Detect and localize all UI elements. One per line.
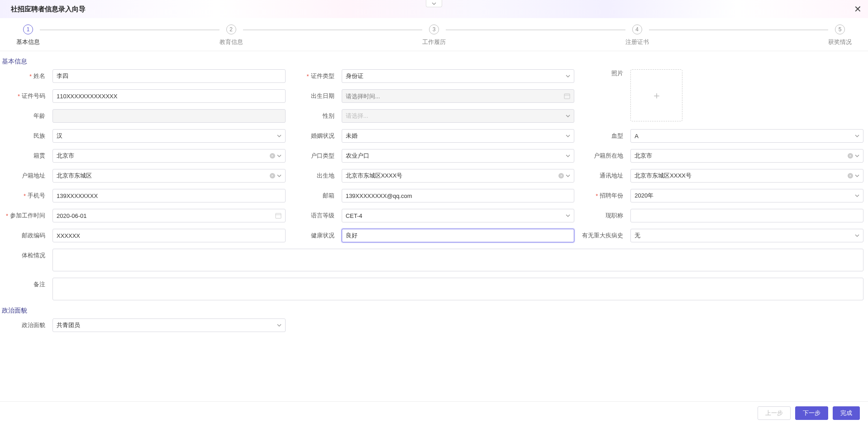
next-button[interactable]: 下一步 bbox=[795, 406, 828, 420]
work-start-field[interactable] bbox=[52, 209, 286, 222]
close-icon[interactable]: × bbox=[270, 153, 275, 159]
step-line bbox=[446, 29, 625, 30]
step-label: 获奖情况 bbox=[828, 38, 852, 46]
label-email: 邮箱 bbox=[291, 189, 336, 202]
label-id-type: *证件类型 bbox=[291, 69, 336, 83]
step-label: 教育信息 bbox=[219, 38, 243, 46]
exam-status-field[interactable] bbox=[52, 249, 863, 271]
political-select[interactable]: 共青团员 bbox=[52, 318, 286, 332]
step-work[interactable]: 3 工作履历 bbox=[422, 24, 446, 46]
email-field[interactable] bbox=[342, 189, 575, 202]
political-form: 政治面貌 共青团员 bbox=[0, 318, 868, 332]
label-marital: 婚姻状况 bbox=[291, 129, 336, 143]
label-id-number: *证件号码 bbox=[2, 89, 47, 103]
label-exam-status: 体检情况 bbox=[2, 249, 47, 262]
label-birth-date: 出生日期 bbox=[291, 89, 336, 103]
name-field[interactable] bbox=[52, 69, 286, 83]
label-phone: *手机号 bbox=[2, 189, 47, 202]
label-current-title: 现职称 bbox=[580, 209, 625, 222]
prev-button: 上一步 bbox=[758, 406, 791, 420]
postcode-field[interactable] bbox=[52, 229, 286, 242]
dialog-title: 社招应聘者信息录入向导 bbox=[11, 5, 86, 14]
wizard-footer: 上一步 下一步 完成 bbox=[0, 401, 868, 424]
label-gender: 性别 bbox=[291, 109, 336, 123]
basic-form: *姓名 *证件类型 身份证 照片 ＋ *证件号码 出生日期 年龄 性别 请选择.… bbox=[0, 69, 868, 300]
step-number: 3 bbox=[429, 24, 439, 34]
step-line bbox=[243, 29, 423, 30]
mail-address-select[interactable]: 北京市东城区XXXX号× bbox=[630, 169, 863, 183]
health-field[interactable] bbox=[342, 229, 575, 242]
close-icon[interactable]: ✕ bbox=[854, 4, 862, 14]
close-icon[interactable]: × bbox=[558, 173, 564, 178]
age-field bbox=[52, 109, 286, 123]
gender-select: 请选择... bbox=[342, 109, 575, 123]
label-health: 健康状况 bbox=[291, 229, 336, 242]
svg-rect-0 bbox=[564, 94, 570, 99]
label-hukou-address: 户籍地址 bbox=[2, 169, 47, 183]
label-lang-level: 语言等级 bbox=[291, 209, 336, 222]
birth-date-field bbox=[342, 89, 575, 103]
label-work-start: *参加工作时间 bbox=[2, 209, 47, 222]
top-handle[interactable] bbox=[426, 0, 442, 7]
label-hukou-location: 户籍所在地 bbox=[580, 149, 625, 163]
step-number: 5 bbox=[835, 24, 845, 34]
plus-icon: ＋ bbox=[652, 89, 662, 102]
label-political: 政治面貌 bbox=[2, 318, 47, 332]
step-number: 2 bbox=[226, 24, 236, 34]
remark-field[interactable] bbox=[52, 278, 863, 300]
recruit-year-select[interactable]: 2020年 bbox=[630, 189, 863, 202]
hukou-location-select[interactable]: 北京市× bbox=[630, 149, 863, 163]
hukou-type-select[interactable]: 农业户口 bbox=[342, 149, 575, 163]
label-remark: 备注 bbox=[2, 278, 47, 291]
label-major-illness: 有无重大疾病史 bbox=[580, 229, 625, 242]
current-title-field[interactable] bbox=[630, 209, 863, 222]
major-illness-select[interactable]: 无 bbox=[630, 229, 863, 242]
id-type-select[interactable]: 身份证 bbox=[342, 69, 575, 83]
ethnicity-select[interactable]: 汉 bbox=[52, 129, 286, 143]
svg-rect-2 bbox=[276, 213, 281, 218]
phone-field[interactable] bbox=[52, 189, 286, 202]
done-button[interactable]: 完成 bbox=[833, 406, 860, 420]
step-label: 注册证书 bbox=[625, 38, 649, 46]
step-label: 基本信息 bbox=[16, 38, 40, 46]
marital-select[interactable]: 未婚 bbox=[342, 129, 575, 143]
close-icon[interactable]: × bbox=[848, 153, 853, 159]
label-name: *姓名 bbox=[2, 69, 47, 83]
hukou-address-select[interactable]: 北京市东城区× bbox=[52, 169, 286, 183]
step-awards[interactable]: 5 获奖情况 bbox=[828, 24, 852, 46]
close-icon[interactable]: × bbox=[270, 173, 275, 178]
label-birth-place: 出生地 bbox=[291, 169, 336, 183]
label-mail-address: 通讯地址 bbox=[580, 169, 625, 183]
photo-upload[interactable]: ＋ bbox=[630, 69, 682, 121]
birth-place-select[interactable]: 北京市东城区XXXX号× bbox=[342, 169, 575, 183]
form-scroll[interactable]: 基本信息 *姓名 *证件类型 身份证 照片 ＋ *证件号码 出生日期 年龄 性别… bbox=[0, 51, 868, 401]
step-label: 工作履历 bbox=[422, 38, 446, 46]
wizard-steps: 1 基本信息 2 教育信息 3 工作履历 4 注册证书 5 获奖情况 bbox=[0, 18, 868, 51]
lang-level-select[interactable]: CET-4 bbox=[342, 209, 575, 222]
label-photo: 照片 bbox=[580, 69, 625, 83]
label-native-place: 籍贯 bbox=[2, 149, 47, 163]
label-ethnicity: 民族 bbox=[2, 129, 47, 143]
section-basic-title: 基本信息 bbox=[0, 51, 868, 69]
close-icon[interactable]: × bbox=[848, 173, 853, 178]
label-postcode: 邮政编码 bbox=[2, 229, 47, 242]
step-number: 4 bbox=[632, 24, 642, 34]
step-cert[interactable]: 4 注册证书 bbox=[625, 24, 649, 46]
id-number-field[interactable] bbox=[52, 89, 286, 103]
label-recruit-year: *招聘年份 bbox=[580, 189, 625, 202]
step-line bbox=[649, 29, 829, 30]
native-place-select[interactable]: 北京市× bbox=[52, 149, 286, 163]
label-age: 年龄 bbox=[2, 109, 47, 123]
step-number: 1 bbox=[23, 24, 33, 34]
section-political-title: 政治面貌 bbox=[0, 300, 868, 318]
label-blood: 血型 bbox=[580, 129, 625, 143]
step-basic[interactable]: 1 基本信息 bbox=[16, 24, 40, 46]
label-hukou-type: 户口类型 bbox=[291, 149, 336, 163]
step-education[interactable]: 2 教育信息 bbox=[219, 24, 243, 46]
step-line bbox=[40, 29, 219, 30]
blood-select[interactable]: A bbox=[630, 129, 863, 143]
